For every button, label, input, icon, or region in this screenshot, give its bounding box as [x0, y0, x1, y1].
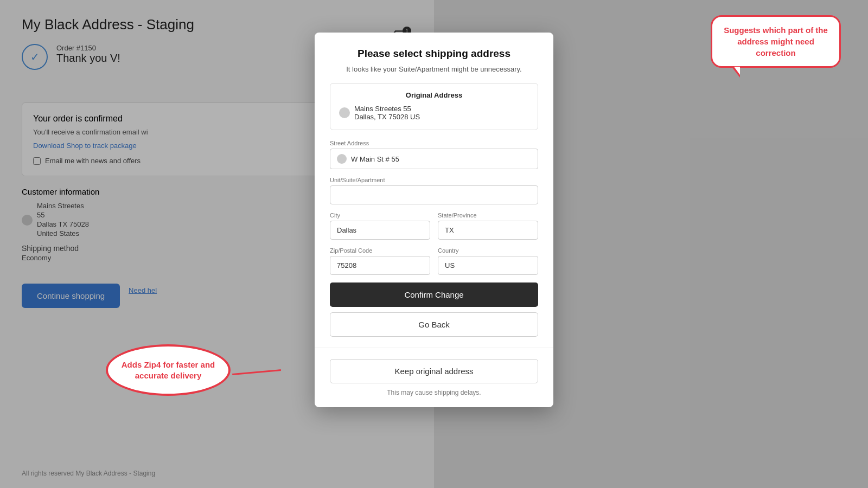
confirm-change-button[interactable]: Confirm Change [330, 282, 538, 307]
modal-title: Please select shipping address [330, 48, 538, 60]
state-group: State/Province [438, 212, 538, 240]
city-group: City [330, 212, 430, 240]
country-group: Country [438, 247, 538, 275]
correction-callout-text: Suggests which part of the address might… [721, 24, 831, 59]
keep-original-button[interactable]: Keep original address [330, 359, 538, 383]
original-address-flag [339, 107, 350, 118]
state-label: State/Province [438, 212, 538, 219]
unit-group: Unit/Suite/Apartment [330, 177, 538, 204]
modal-subtitle: It looks like your Suite/Apartment might… [330, 65, 538, 73]
state-input[interactable] [438, 221, 538, 240]
zip-label: Zip/Postal Code [330, 247, 430, 254]
modal-footer: Keep original address This may cause shi… [315, 348, 553, 407]
original-address-label: Original Address [339, 91, 529, 99]
zip-group: Zip/Postal Code [330, 247, 430, 275]
original-address-line2: Dallas, TX 75028 US [354, 113, 420, 121]
correction-callout: Suggests which part of the address might… [711, 15, 841, 78]
city-label: City [330, 212, 430, 219]
unit-input[interactable] [330, 185, 538, 204]
street-address-input[interactable] [351, 155, 531, 163]
shipping-address-modal: Please select shipping address It looks … [315, 33, 553, 407]
city-input[interactable] [330, 221, 430, 240]
go-back-button[interactable]: Go Back [330, 312, 538, 337]
shipping-delay-note: This may cause shipping delays. [330, 389, 538, 396]
original-address-box: Original Address Mains Streetes 55 Dalla… [330, 83, 538, 130]
unit-label: Unit/Suite/Apartment [330, 177, 538, 183]
country-input[interactable] [438, 256, 538, 275]
street-flag-icon [337, 154, 347, 164]
original-address-line1: Mains Streetes 55 [354, 105, 420, 113]
zip4-callout: Adds Zip4 for faster and accurate delive… [106, 344, 231, 396]
zip4-callout-text: Adds Zip4 for faster and accurate delive… [118, 359, 219, 381]
street-address-group: Street Address [330, 140, 538, 169]
country-label: Country [438, 247, 538, 254]
street-address-label: Street Address [330, 140, 538, 146]
zip-input[interactable] [330, 256, 430, 275]
